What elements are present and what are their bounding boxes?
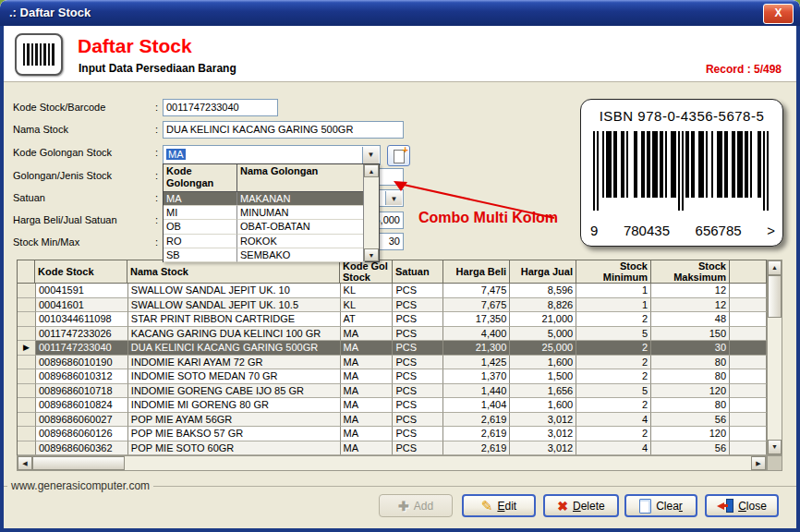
close-button-label: Close [738, 500, 767, 513]
table-header-cell[interactable]: Nama Stock [127, 260, 340, 284]
table-cell: 120 [651, 427, 730, 441]
table-row[interactable]: ▶0011747233040DUA KELINCI KACANG GARING … [18, 341, 767, 356]
table-header-cell[interactable] [17, 260, 35, 284]
table-row[interactable]: 0089686010824INDOMIE MI GORENG 80 GRMAPC… [18, 398, 767, 413]
edit-button[interactable]: ✎ Edit [462, 494, 536, 517]
chevron-down-icon[interactable]: ▼ [385, 191, 402, 205]
combo-popup-cell: MI [164, 206, 237, 220]
kode-stock-input[interactable]: 0011747233040 [163, 99, 278, 116]
page-subtitle: Input Data Persediaan Barang [79, 62, 236, 75]
table-cell: 0011747233040 [36, 341, 128, 356]
label-harga: Harga Beli/Jual Satuan [13, 214, 152, 225]
table-header-row: Kode StockNama StockKode Gol StockSatuan… [17, 260, 767, 284]
combo-popup: Kode Golongan Nama Golongan MAMAKANANMIM… [163, 163, 380, 262]
table-row[interactable]: 0089686010190INDOMIE KARI AYAM 72 GRMAPC… [18, 356, 767, 370]
table-header-cell[interactable]: Satuan [393, 260, 443, 284]
table-cell [730, 413, 767, 428]
table-cell: MA [341, 427, 394, 441]
table-horizontal-scrollbar[interactable]: ◀ ▶ [17, 455, 767, 471]
table-row[interactable]: 0089686060362POP MIE SOTO 60GRMAPCS2,619… [18, 441, 767, 456]
table-cell: 30 [651, 341, 730, 356]
plus-icon: + [403, 145, 408, 154]
scroll-down-icon[interactable]: ▼ [364, 248, 379, 261]
colon: : [155, 170, 158, 181]
table-row[interactable]: 00041591SWALLOW SANDAL JEPIT UK. 10KLPCS… [18, 284, 767, 298]
table-header-cell[interactable]: Harga Jual [510, 260, 576, 284]
row-selector [18, 369, 36, 384]
table-cell: KL [341, 298, 394, 313]
table-cell: 2 [576, 427, 651, 441]
scrollbar-thumb[interactable] [768, 275, 782, 318]
table-row[interactable]: 00041601SWALLOW SANDAL JEPIT UK. 10.5KLP… [18, 298, 767, 313]
popup-col-kode: Kode Golongan [164, 164, 237, 192]
clear-button[interactable]: Clear [624, 494, 697, 517]
scroll-right-icon[interactable]: ▶ [751, 456, 766, 470]
table-cell: 7,675 [443, 298, 510, 313]
table-cell: 2 [576, 356, 651, 370]
app-window: .: Daftar Stock X Daftar Stock Input Dat… [0, 0, 800, 532]
table-row[interactable]: 0010344611098STAR PRINT RIBBON CARTRIDGE… [18, 312, 767, 327]
stock-table: Kode StockNama StockKode Gol StockSatuan… [17, 260, 782, 471]
add-golongan-button[interactable]: + [387, 145, 410, 166]
scroll-up-icon[interactable]: ▲ [768, 260, 782, 275]
table-cell: 3,012 [510, 441, 576, 456]
table-header-cell[interactable]: Stock Minimum [576, 260, 651, 284]
table-cell: 21,000 [510, 312, 576, 327]
table-cell: 0089686060126 [36, 427, 128, 441]
table-cell: POP MIE BAKSO 57 GR [128, 427, 341, 441]
table-header-cell[interactable]: Kode Stock [35, 260, 127, 284]
table-cell: 5 [576, 384, 651, 399]
scroll-left-icon[interactable]: ◀ [18, 456, 32, 470]
barcode-digit-group: > [767, 223, 775, 238]
kode-golongan-combo[interactable]: MA ▼ [163, 145, 381, 165]
barcode-digit-group: 9 [590, 223, 598, 238]
close-form-button[interactable]: Close [705, 494, 779, 517]
table-header-cell[interactable]: Kode Gol Stock [340, 260, 393, 284]
combo-popup-cell: SB [164, 248, 237, 262]
table-row[interactable]: 0089686010312INDOMIE SOTO MEDAN 70 GRMAP… [18, 369, 767, 384]
nama-stock-input[interactable]: DUA KELINCI KACANG GARING 500GR [163, 121, 404, 139]
table-header-cell[interactable]: Harga Beli [443, 260, 510, 284]
exit-door-icon [717, 499, 733, 513]
scroll-down-icon[interactable]: ▼ [768, 440, 782, 454]
combo-popup-row[interactable]: MIMINUMAN [164, 206, 379, 220]
close-button[interactable]: X [763, 4, 794, 24]
table-header-cell[interactable]: Stock Maksimum [651, 260, 730, 284]
window-title: .: Daftar Stock [9, 6, 91, 19]
table-cell: 8,596 [510, 284, 576, 298]
table-row[interactable]: 0011747233026KACANG GARING DUA KELINCI 1… [18, 327, 767, 342]
table-cell: 2 [576, 369, 651, 384]
popup-scrollbar[interactable]: ▲ ▼ [363, 164, 379, 261]
scrollbar-thumb[interactable] [32, 456, 125, 470]
delete-button[interactable]: ✖ Delete [543, 494, 619, 517]
combo-popup-cell: ROKOK [237, 235, 365, 248]
table-cell: 00041601 [36, 298, 128, 313]
table-cell: KL [341, 284, 394, 298]
colon: : [155, 102, 158, 113]
combo-popup-row[interactable]: ROROKOK [164, 235, 379, 248]
barcode-digit-group: 656785 [696, 223, 742, 238]
table-cell: MA [341, 327, 394, 342]
barcode-digits: 9 780435 656785 > [590, 223, 775, 238]
combo-popup-row[interactable]: SBSEMBAKO [164, 248, 379, 262]
add-button[interactable]: ✚ Add [379, 494, 453, 517]
colon: : [155, 192, 158, 203]
table-cell: 0089686010190 [36, 356, 128, 370]
table-header-cell[interactable] [730, 260, 767, 284]
scroll-up-icon[interactable]: ▲ [364, 164, 379, 177]
table-row[interactable]: 0089686060126POP MIE BAKSO 57 GRMAPCS2,6… [18, 427, 767, 441]
table-row[interactable]: 0089686010718INDOMIE GORENG CABE IJO 85 … [18, 384, 767, 399]
table-cell: 1,656 [510, 384, 576, 399]
chevron-down-icon[interactable]: ▼ [362, 147, 379, 163]
title-bar[interactable]: .: Daftar Stock X [0, 0, 800, 26]
table-cell: PCS [393, 284, 443, 298]
label-kode-golongan: Kode Golongan Stock [13, 147, 152, 158]
combo-popup-cell: SEMBAKO [237, 248, 365, 262]
table-cell: MA [341, 369, 394, 384]
table-row[interactable]: 0089686060027POP MIE AYAM 56GRMAPCS2,619… [18, 413, 767, 428]
row-selector [18, 413, 36, 428]
table-vertical-scrollbar[interactable]: ▲ ▼ [767, 260, 782, 455]
table-cell: 4 [576, 441, 651, 456]
combo-popup-row[interactable]: MAMAKANAN [164, 192, 379, 206]
combo-popup-row[interactable]: OBOBAT-OBATAN [164, 220, 379, 234]
